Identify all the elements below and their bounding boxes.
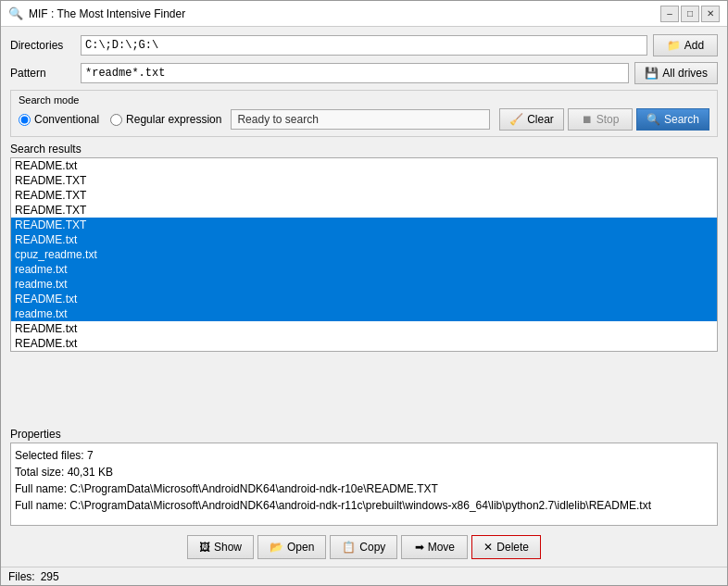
main-content: Directories 📁 Add Pattern 💾 All drives S… [1, 27, 727, 567]
clear-icon: 🧹 [509, 113, 523, 126]
properties-box: Selected files: 7Total size: 40,31 KBFul… [10, 443, 718, 526]
close-button[interactable]: ✕ [701, 6, 720, 22]
list-item[interactable]: README.TXT [11, 173, 717, 188]
show-button[interactable]: 🖼 Show [187, 535, 254, 559]
search-icon: 🔍 [646, 113, 660, 126]
directories-row: Directories 📁 Add [10, 34, 718, 56]
search-mode-section: Search mode Conventional Regular express… [10, 90, 718, 137]
list-item[interactable]: README.txt [11, 292, 717, 306]
directories-input[interactable] [81, 35, 647, 56]
minimize-button[interactable]: – [660, 6, 679, 22]
search-mode-label: Search mode [19, 94, 709, 106]
conventional-label: Conventional [34, 113, 99, 126]
search-buttons: 🧹 Clear ⏹ Stop 🔍 Search [499, 108, 709, 131]
property-line: Total size: 40,31 KB [15, 464, 713, 480]
radio-group: Conventional Regular expression [19, 113, 221, 126]
add-button[interactable]: 📁 Add [653, 34, 718, 56]
clear-button[interactable]: 🧹 Clear [499, 108, 564, 131]
list-item[interactable]: readme.txt [11, 306, 717, 321]
search-button[interactable]: 🔍 Search [636, 108, 709, 131]
open-button[interactable]: 📂 Open [257, 535, 326, 559]
move-icon: ➡ [415, 541, 424, 554]
list-item[interactable]: readme.txt [11, 351, 717, 352]
list-item[interactable]: README.txt [11, 336, 717, 351]
property-line: Selected files: 7 [15, 447, 713, 464]
list-item[interactable]: README.txt [11, 232, 717, 247]
directories-label: Directories [10, 39, 75, 52]
action-buttons: 🖼 Show 📂 Open 📋 Copy ➡ Move ✕ Delete [10, 535, 718, 559]
results-label: Search results [10, 143, 718, 156]
pattern-row: Pattern 💾 All drives [10, 62, 718, 84]
alldrives-button[interactable]: 💾 All drives [634, 62, 718, 84]
maximize-button[interactable]: □ [681, 6, 699, 22]
title-bar-controls: – □ ✕ [660, 6, 720, 22]
list-item[interactable]: cpuz_readme.txt [11, 247, 717, 262]
search-mode-row: Conventional Regular expression Ready to… [19, 108, 709, 131]
property-line: Full name: C:\ProgramData\Microsoft\Andr… [15, 497, 713, 514]
main-window: 🔍 MIF : The Most Intensive Finder – □ ✕ … [0, 0, 728, 586]
drive-icon: 💾 [645, 67, 659, 80]
title-bar-left: 🔍 MIF : The Most Intensive Finder [8, 6, 185, 20]
regexp-label: Regular expression [126, 113, 221, 126]
files-label: Files: [8, 570, 35, 583]
list-item[interactable]: README.txt [11, 158, 717, 173]
conventional-option[interactable]: Conventional [19, 113, 99, 126]
stop-button[interactable]: ⏹ Stop [568, 108, 633, 131]
list-item[interactable]: README.TXT [11, 188, 717, 203]
move-button[interactable]: ➡ Move [401, 535, 468, 559]
title-bar: 🔍 MIF : The Most Intensive Finder – □ ✕ [1, 1, 727, 27]
add-icon: 📁 [667, 39, 681, 52]
results-list[interactable]: README.txtREADME.TXTREADME.TXTREADME.TXT… [10, 157, 718, 352]
status-footer: Files: 295 [1, 567, 727, 585]
list-item[interactable]: readme.txt [11, 262, 717, 277]
properties-label: Properties [10, 428, 718, 441]
property-line: Full name: C:\ProgramData\Microsoft\Andr… [15, 480, 713, 497]
open-icon: 📂 [270, 541, 283, 554]
status-display: Ready to search [231, 109, 490, 130]
regexp-option[interactable]: Regular expression [110, 113, 221, 126]
window-title: MIF : The Most Intensive Finder [29, 7, 185, 20]
files-count: 295 [41, 570, 59, 583]
properties-section: Properties Selected files: 7Total size: … [10, 428, 718, 526]
delete-button[interactable]: ✕ Delete [471, 535, 541, 559]
list-item[interactable]: README.TXT [11, 218, 717, 232]
list-item[interactable]: README.TXT [11, 203, 717, 218]
delete-icon: ✕ [483, 541, 493, 554]
stop-icon: ⏹ [582, 113, 593, 126]
pattern-label: Pattern [10, 67, 75, 80]
results-section: Search results README.txtREADME.TXTREADM… [10, 143, 718, 420]
copy-button[interactable]: 📋 Copy [330, 535, 397, 559]
status-text: Ready to search [237, 113, 318, 126]
list-item[interactable]: README.txt [11, 321, 717, 336]
show-icon: 🖼 [199, 541, 210, 554]
pattern-input[interactable] [81, 63, 629, 83]
regexp-radio[interactable] [110, 114, 122, 126]
list-item[interactable]: readme.txt [11, 277, 717, 292]
copy-icon: 📋 [342, 541, 356, 554]
conventional-radio[interactable] [19, 114, 31, 126]
app-icon: 🔍 [8, 6, 23, 20]
